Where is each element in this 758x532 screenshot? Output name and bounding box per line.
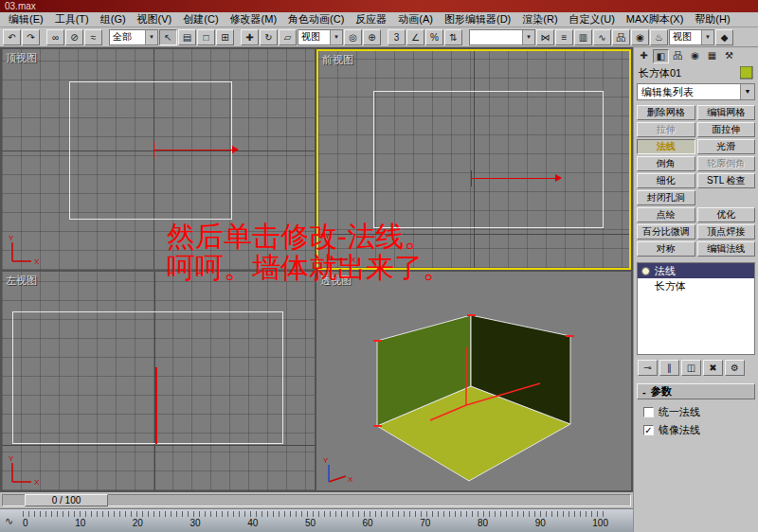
menu-item-customize[interactable]: 自定义(U) [564, 12, 621, 27]
modifier-button-symmetry[interactable]: 对称 [637, 241, 695, 257]
unify-normals-checkbox[interactable]: 统一法线 [634, 401, 758, 419]
mirror-icon-button[interactable]: ⋈ [536, 29, 554, 45]
menu-item-edit[interactable]: 编辑(E) [3, 12, 49, 27]
render-setup-icon-button[interactable]: ♨ [650, 29, 668, 45]
dropdown-arrow-icon[interactable]: ▼ [522, 30, 534, 44]
select-by-name-icon-button[interactable]: ▤ [178, 29, 196, 45]
select-object-icon-button[interactable]: ↖ [159, 29, 177, 45]
bind-to-spacewarp-icon-button[interactable]: ≈ [84, 29, 102, 45]
configure-sets-icon-button[interactable]: ⚙ [725, 360, 745, 376]
select-and-scale-icon-button[interactable]: ▱ [279, 29, 297, 45]
pin-stack-icon-button[interactable]: ⊸ [638, 360, 658, 376]
tab-motion-icon[interactable]: ◉ [687, 49, 703, 63]
modifier-button-bevel[interactable]: 倒角 [637, 156, 695, 171]
parameters-rollout-header[interactable]: - 参数 [637, 383, 755, 399]
tab-utilities-icon[interactable]: ⚒ [721, 49, 737, 63]
remove-modifier-icon-button[interactable]: ✖ [703, 360, 723, 376]
modifier-button-cap-holes[interactable]: 封闭孔洞 [637, 190, 695, 205]
layer-manager-icon-button[interactable]: ▥ [574, 29, 592, 45]
viewport-label-left[interactable]: 左视图 [6, 274, 37, 288]
gizmo-x-axis[interactable] [154, 150, 234, 151]
quick-render-icon-button[interactable]: ◆ [715, 29, 733, 45]
menu-item-group[interactable]: 组(G) [95, 12, 132, 27]
checkbox-checked-icon[interactable]: ✓ [643, 425, 654, 435]
curve-editor-icon-button[interactable]: ∿ [593, 29, 611, 45]
modifier-button-tessellate[interactable]: 细化 [637, 173, 695, 188]
menu-item-graph-editors[interactable]: 图形编辑器(D) [439, 12, 516, 27]
modifier-button-normal[interactable]: 法线 [637, 139, 695, 154]
redo-icon-button[interactable]: ↷ [22, 29, 40, 45]
menu-item-modifiers[interactable]: 修改器(M) [225, 12, 283, 27]
gizmo-y-tick[interactable] [471, 170, 472, 186]
align-icon-button[interactable]: ≡ [555, 29, 573, 45]
gizmo-y-tick[interactable] [153, 142, 154, 158]
viewport-left[interactable]: 左视图 X Y [2, 272, 315, 490]
modifier-button-edit-mesh[interactable]: 编辑网格 [697, 105, 756, 120]
modifier-button-delete-mesh[interactable]: 删除网格 [637, 105, 695, 120]
box-wireframe[interactable] [373, 91, 604, 228]
menu-item-help[interactable]: 帮助(H) [689, 12, 735, 27]
dropdown-arrow-icon[interactable]: ▼ [330, 30, 342, 44]
tab-modify-icon[interactable]: ◧ [653, 49, 669, 63]
show-end-result-icon-button[interactable]: ∥ [659, 360, 679, 376]
select-and-manipulate-icon-button[interactable]: ⊕ [363, 29, 381, 45]
menu-item-maxscript[interactable]: MAX脚本(X) [621, 12, 690, 27]
selection-filter-dropdown[interactable]: 全部 ▼ [109, 29, 158, 45]
modifier-list-dropdown[interactable]: 编辑集列表 ▼ [637, 83, 755, 100]
viewport-label-front[interactable]: 前视图 [322, 53, 353, 67]
modifier-button-vertex-weld[interactable]: 顶点焊接 [697, 224, 756, 239]
render-type-dropdown[interactable]: 视图 ▼ [669, 29, 714, 45]
select-and-move-icon-button[interactable]: ✚ [241, 29, 259, 45]
tab-display-icon[interactable]: ▦ [704, 49, 720, 63]
selection-region-icon-button[interactable]: □ [197, 29, 215, 45]
collapse-icon[interactable]: - [642, 386, 646, 398]
perspective-3d-scene[interactable] [316, 272, 631, 490]
modifier-button-optimize[interactable]: 优化 [697, 207, 756, 222]
menu-item-create[interactable]: 创建(C) [177, 12, 224, 27]
material-editor-icon-button[interactable]: ◉ [631, 29, 649, 45]
menu-item-views[interactable]: 视图(V) [132, 12, 178, 27]
reference-coordinate-dropdown[interactable]: 视图 ▼ [298, 29, 343, 45]
dropdown-arrow-icon[interactable]: ▼ [701, 30, 713, 44]
time-slider-button[interactable]: 0 / 100 [25, 494, 108, 506]
modifier-button-multires[interactable]: 百分比微调 [637, 224, 695, 239]
percent-snap-icon-button[interactable]: % [425, 29, 443, 45]
make-unique-icon-button[interactable]: ◫ [681, 360, 701, 376]
viewport-label-top[interactable]: 顶视图 [6, 51, 37, 65]
checkbox-unchecked-icon[interactable] [643, 407, 654, 417]
menu-item-reactor[interactable]: 反应器 [350, 12, 392, 27]
use-pivot-center-icon-button[interactable]: ◎ [344, 29, 362, 45]
snap-toggle-icon-button[interactable]: 3 [388, 29, 406, 45]
unlink-selection-icon-button[interactable]: ⊘ [65, 29, 83, 45]
bulb-icon[interactable] [641, 267, 650, 275]
schematic-view-icon-button[interactable]: 品 [612, 29, 630, 45]
modifier-button-edit-normals[interactable]: 编辑法线 [697, 241, 756, 257]
gizmo-x-axis[interactable] [471, 178, 557, 179]
dropdown-arrow-icon[interactable]: ▼ [145, 30, 157, 44]
window-titlebar[interactable]: 03.max [0, 0, 758, 12]
object-name-field[interactable]: 长方体01 [639, 66, 681, 80]
menu-item-tools[interactable]: 工具(T) [49, 12, 95, 27]
stack-item-normal[interactable]: 法线 [638, 263, 754, 278]
menu-item-character[interactable]: 角色动画(C) [282, 12, 350, 27]
object-color-swatch[interactable] [740, 66, 753, 80]
undo-icon-button[interactable]: ↶ [3, 29, 21, 45]
window-crossing-icon-button[interactable]: ⊞ [216, 29, 234, 45]
dropdown-arrow-icon[interactable]: ▼ [740, 84, 754, 99]
select-and-link-icon-button[interactable]: ∞ [46, 29, 64, 45]
menu-item-rendering[interactable]: 渲染(R) [516, 12, 563, 27]
stack-item-box[interactable]: 长方体 [638, 278, 754, 293]
viewport-perspective[interactable]: 透视图 X Y [316, 272, 631, 490]
trackbar-curves-icon[interactable]: ∿ [5, 515, 13, 527]
tab-create-icon[interactable]: ✚ [636, 49, 652, 63]
box-wireframe[interactable] [69, 81, 232, 220]
track-bar[interactable]: ∿ 0 10 20 30 40 50 60 70 80 90 100 [0, 508, 633, 532]
modifier-button-face-extrude[interactable]: 面拉伸 [697, 122, 756, 137]
tab-hierarchy-icon[interactable]: 品 [670, 49, 686, 63]
flip-normals-checkbox[interactable]: ✓ 镜像法线 [634, 419, 758, 437]
gizmo-y-axis[interactable] [155, 367, 157, 444]
box-wireframe[interactable] [12, 311, 283, 444]
angle-snap-icon-button[interactable]: ∠ [406, 29, 424, 45]
menu-item-animation[interactable]: 动画(A) [392, 12, 439, 27]
modifier-button-stl-check[interactable]: STL 检查 [697, 173, 756, 188]
